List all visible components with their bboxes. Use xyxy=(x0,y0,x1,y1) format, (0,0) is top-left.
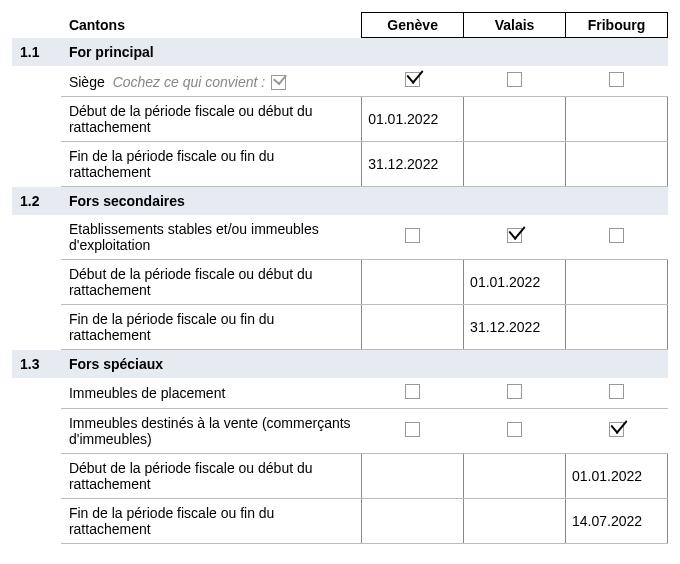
checkbox[interactable] xyxy=(507,72,522,87)
section-title: Fors secondaires xyxy=(61,187,668,216)
checkbox-cell xyxy=(362,378,464,409)
value-cell[interactable] xyxy=(566,305,668,350)
checkbox-cell xyxy=(464,215,566,260)
row-label: Fin de la période fiscale ou fin du ratt… xyxy=(61,305,362,350)
row-label-text: Immeubles de placement xyxy=(69,385,225,401)
row-num-blank xyxy=(12,215,61,260)
value-cell[interactable]: 01.01.2022 xyxy=(362,97,464,142)
row-label-text: Siège xyxy=(69,74,105,90)
row-num-blank xyxy=(12,142,61,187)
row-label: Début de la période fiscale ou début du … xyxy=(61,260,362,305)
value-cell[interactable]: 31.12.2022 xyxy=(362,142,464,187)
section-title: Fors spéciaux xyxy=(61,350,668,379)
checkbox[interactable] xyxy=(507,228,522,243)
row-label-text: Fin de la période fiscale ou fin du ratt… xyxy=(69,311,274,343)
canton-header-2: Fribourg xyxy=(566,13,668,38)
value-cell[interactable] xyxy=(566,260,668,305)
checkbox-cell xyxy=(464,66,566,97)
form-table: Cantons Genève Valais Fribourg 1.1For pr… xyxy=(12,12,668,544)
checkbox-cell xyxy=(566,215,668,260)
checkbox[interactable] xyxy=(507,384,522,399)
row-label: Siège Cochez ce qui convient : xyxy=(61,66,362,97)
canton-header-0: Genève xyxy=(362,13,464,38)
checkbox-cell xyxy=(464,378,566,409)
row-label-text: Début de la période fiscale ou début du … xyxy=(69,460,313,492)
header-num-blank xyxy=(12,13,61,38)
value-cell[interactable]: 31.12.2022 xyxy=(464,305,566,350)
row-num-blank xyxy=(12,454,61,499)
checkbox[interactable] xyxy=(405,422,420,437)
row-label: Immeubles destinés à la vente (commerçan… xyxy=(61,409,362,454)
data-row: Etablissements stables et/ou immeubles d… xyxy=(12,215,668,260)
value-cell[interactable] xyxy=(464,499,566,544)
data-row: Fin de la période fiscale ou fin du ratt… xyxy=(12,499,668,544)
row-label-text: Immeubles destinés à la vente (commerçan… xyxy=(69,415,351,447)
row-label: Début de la période fiscale ou début du … xyxy=(61,97,362,142)
checkbox-cell xyxy=(464,409,566,454)
row-label: Fin de la période fiscale ou fin du ratt… xyxy=(61,499,362,544)
cantons-label: Cantons xyxy=(61,13,362,38)
checkbox[interactable] xyxy=(405,384,420,399)
data-row: Début de la période fiscale ou début du … xyxy=(12,454,668,499)
value-cell[interactable] xyxy=(362,260,464,305)
data-row: Siège Cochez ce qui convient : xyxy=(12,66,668,97)
row-num-blank xyxy=(12,97,61,142)
value-cell[interactable]: 01.01.2022 xyxy=(566,454,668,499)
section-number: 1.1 xyxy=(12,38,61,67)
checkmark-example-icon xyxy=(271,75,286,90)
row-label-text: Début de la période fiscale ou début du … xyxy=(69,266,313,298)
checkbox-cell xyxy=(566,378,668,409)
row-num-blank xyxy=(12,499,61,544)
data-row: Immeubles destinés à la vente (commerçan… xyxy=(12,409,668,454)
checkbox[interactable] xyxy=(405,72,420,87)
row-label-text: Etablissements stables et/ou immeubles d… xyxy=(69,221,319,253)
row-label: Début de la période fiscale ou début du … xyxy=(61,454,362,499)
data-row: Début de la période fiscale ou début du … xyxy=(12,97,668,142)
row-num-blank xyxy=(12,66,61,97)
header-row: Cantons Genève Valais Fribourg xyxy=(12,13,668,38)
section-number: 1.2 xyxy=(12,187,61,216)
value-cell[interactable] xyxy=(464,97,566,142)
data-row: Fin de la période fiscale ou fin du ratt… xyxy=(12,305,668,350)
checkbox-cell xyxy=(362,215,464,260)
row-hint: Cochez ce qui convient : xyxy=(113,74,266,90)
row-num-blank xyxy=(12,378,61,409)
row-num-blank xyxy=(12,305,61,350)
row-label-text: Fin de la période fiscale ou fin du ratt… xyxy=(69,148,274,180)
checkbox-cell xyxy=(362,66,464,97)
checkbox[interactable] xyxy=(405,228,420,243)
checkbox-cell xyxy=(566,66,668,97)
value-cell[interactable] xyxy=(566,142,668,187)
data-row: Début de la période fiscale ou début du … xyxy=(12,260,668,305)
section-row: 1.2Fors secondaires xyxy=(12,187,668,216)
value-cell[interactable] xyxy=(362,454,464,499)
row-label: Etablissements stables et/ou immeubles d… xyxy=(61,215,362,260)
section-row: 1.1For principal xyxy=(12,38,668,67)
canton-header-1: Valais xyxy=(464,13,566,38)
value-cell[interactable] xyxy=(362,305,464,350)
section-title: For principal xyxy=(61,38,668,67)
value-cell[interactable] xyxy=(464,142,566,187)
section-row: 1.3Fors spéciaux xyxy=(12,350,668,379)
value-cell[interactable] xyxy=(566,97,668,142)
checkbox[interactable] xyxy=(609,228,624,243)
checkbox-cell xyxy=(362,409,464,454)
row-label-text: Fin de la période fiscale ou fin du ratt… xyxy=(69,505,274,537)
row-num-blank xyxy=(12,260,61,305)
value-cell[interactable]: 01.01.2022 xyxy=(464,260,566,305)
value-cell[interactable]: 14.07.2022 xyxy=(566,499,668,544)
row-label: Immeubles de placement xyxy=(61,378,362,409)
checkbox[interactable] xyxy=(507,422,522,437)
data-row: Immeubles de placement xyxy=(12,378,668,409)
checkbox[interactable] xyxy=(609,384,624,399)
value-cell[interactable] xyxy=(362,499,464,544)
checkbox[interactable] xyxy=(609,422,624,437)
row-label: Fin de la période fiscale ou fin du ratt… xyxy=(61,142,362,187)
value-cell[interactable] xyxy=(464,454,566,499)
section-number: 1.3 xyxy=(12,350,61,379)
row-num-blank xyxy=(12,409,61,454)
data-row: Fin de la période fiscale ou fin du ratt… xyxy=(12,142,668,187)
checkbox-cell xyxy=(566,409,668,454)
row-label-text: Début de la période fiscale ou début du … xyxy=(69,103,313,135)
checkbox[interactable] xyxy=(609,72,624,87)
